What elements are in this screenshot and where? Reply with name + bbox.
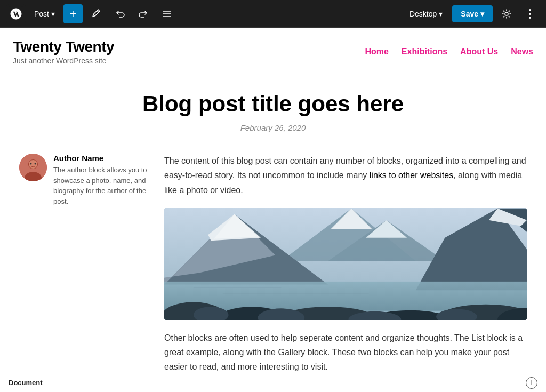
post-image [164, 208, 527, 320]
document-label: Document [9, 379, 43, 387]
toolbar: Post ▾ + Desktop ▾ Save ▾ [0, 0, 546, 28]
redo-button[interactable] [134, 4, 153, 23]
undo-button[interactable] [110, 4, 130, 23]
nav-item-exhibitions[interactable]: Exhibitions [402, 47, 447, 57]
svg-point-7 [529, 17, 531, 19]
device-preview-button[interactable]: Desktop ▾ [404, 6, 448, 21]
author-bio: The author block allows you to showcase … [53, 165, 147, 206]
add-block-button[interactable]: + [63, 4, 83, 23]
svg-point-6 [529, 13, 531, 15]
nav-item-news[interactable]: News [511, 47, 533, 57]
svg-point-12 [30, 163, 32, 165]
svg-point-5 [529, 9, 531, 11]
author-block: Author Name The author block allows you … [19, 154, 147, 206]
more-options-button[interactable] [520, 4, 540, 23]
wp-logo-button[interactable] [6, 4, 26, 23]
info-button[interactable]: i [526, 377, 537, 389]
list-view-button[interactable] [157, 4, 176, 23]
save-button[interactable]: Save ▾ [452, 5, 493, 22]
post-body: Author Name The author block allows you … [19, 154, 527, 373]
author-info: Author Name The author block allows you … [53, 154, 147, 206]
bottom-bar: Document i [0, 373, 546, 392]
site-header: Twenty Twenty Just another WordPress sit… [0, 28, 546, 74]
settings-button[interactable] [497, 4, 516, 23]
author-avatar [19, 154, 47, 181]
post-title[interactable]: Blog post title goes here [19, 91, 527, 117]
author-sidebar: Author Name The author block allows you … [19, 154, 147, 373]
edit-tool-button[interactable] [87, 4, 106, 23]
svg-point-4 [505, 12, 508, 15]
site-tagline: Just another WordPress site [13, 57, 114, 65]
svg-point-11 [29, 160, 37, 169]
post-wrapper: Blog post title goes here February 26, 2… [6, 74, 540, 373]
post-content: The content of this blog post can contai… [164, 154, 527, 373]
nav-item-about-us[interactable]: About Us [460, 47, 498, 57]
svg-point-13 [35, 163, 36, 165]
site-title[interactable]: Twenty Twenty [13, 38, 114, 55]
editor-area: Twenty Twenty Just another WordPress sit… [0, 28, 546, 373]
post-date: February 26, 2020 [19, 123, 527, 132]
nav-item-home[interactable]: Home [365, 47, 388, 57]
site-branding: Twenty Twenty Just another WordPress sit… [13, 38, 114, 65]
author-name: Author Name [53, 154, 147, 163]
content-link[interactable]: links to other websites [370, 171, 453, 180]
post-menu-button[interactable]: Post ▾ [30, 6, 59, 21]
site-navigation: Home Exhibitions About Us News [365, 47, 533, 57]
content-paragraph-1: The content of this blog post can contai… [164, 154, 527, 197]
content-paragraph-2: Other blocks are often used to help sepe… [164, 331, 527, 373]
